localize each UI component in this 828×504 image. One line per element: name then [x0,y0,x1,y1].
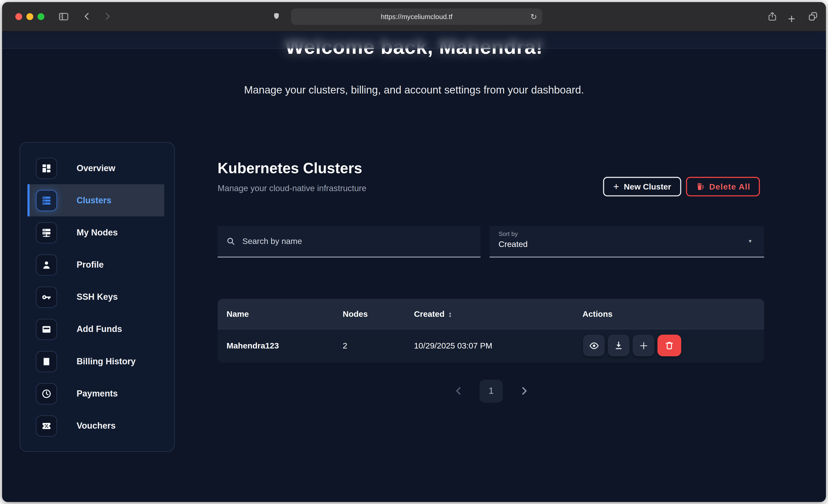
minimize-window-button[interactable] [27,13,33,20]
sidebar-item-billing-history[interactable]: Billing History [20,345,174,377]
trash-icon [664,340,674,350]
delete-sweep-icon [695,182,704,191]
column-header-actions: Actions [583,309,613,319]
delete-cluster-button[interactable] [658,335,681,356]
url-text: https://myceliumcloud.tf [381,13,453,20]
sort-value: Created [498,240,755,249]
previous-page-icon[interactable] [454,386,464,396]
sidebar-item-label: Clusters [77,195,112,205]
page-number[interactable]: 1 [480,379,503,403]
delete-all-label: Delete All [709,182,750,192]
cluster-name: Mahendra123 [226,341,279,350]
close-window-button[interactable] [15,13,22,20]
table-row: Mahendra123 2 10/29/2025 03:07 PM [218,329,764,362]
tab-overview-icon[interactable] [807,10,818,22]
column-header-nodes: Nodes [343,309,368,319]
browser-window: https://myceliumcloud.tf ↻ + Welcome bac… [2,2,826,502]
search-input[interactable] [241,236,472,247]
delete-all-button[interactable]: Delete All [686,177,760,197]
sidebar-item-label: Payments [77,388,118,398]
credit-card-icon [36,319,57,340]
section-subtitle: Manage your cloud-native infrastructure [218,184,367,193]
sort-label: Sort by [498,230,755,237]
download-icon [614,340,624,350]
add-node-button[interactable] [633,335,654,356]
row-actions [583,335,681,356]
sort-arrows-icon: ↕ [448,310,452,318]
clock-icon [36,383,57,404]
sidebar-item-my-nodes[interactable]: My Nodes [20,216,174,249]
sidebar-item-label: Overview [77,163,115,173]
key-icon [36,287,57,307]
page-subtitle: Manage your clusters, billing, and accou… [2,84,826,96]
sidebar-item-payments[interactable]: Payments [20,377,174,410]
column-header-created[interactable]: Created↕ [414,309,452,319]
sidebar-item-add-funds[interactable]: Add Funds [20,313,174,345]
download-kubeconfig-button[interactable] [608,335,629,356]
header-actions: + New Cluster Delete All [603,177,760,197]
search-icon [226,237,236,246]
forward-icon[interactable] [102,12,112,21]
sidebar-item-clusters[interactable]: Clusters [27,184,164,216]
chevron-down-icon: ▼ [748,239,753,244]
view-cluster-button[interactable] [583,335,605,356]
sidebar-item-label: Add Funds [77,324,122,334]
sidebar: Overview Clusters [19,142,175,452]
sidebar-item-label: Profile [77,260,104,270]
plus-icon: + [613,181,619,192]
sidebar-item-label: SSH Keys [77,292,118,302]
back-icon[interactable] [82,12,92,21]
share-icon[interactable] [767,10,778,22]
dashboard-icon [36,158,57,179]
new-cluster-label: New Cluster [624,182,671,192]
cluster-created: 10/29/2025 03:07 PM [414,341,493,350]
sidebar-toggle-icon[interactable] [58,11,69,22]
new-tab-icon[interactable]: + [788,12,795,27]
sidebar-item-profile[interactable]: Profile [20,249,174,281]
browser-toolbar: https://myceliumcloud.tf ↻ + [2,2,826,32]
section-title: Kubernetes Clusters [218,160,362,177]
column-header-name: Name [226,309,249,319]
sidebar-item-label: My Nodes [77,227,118,238]
address-bar[interactable]: https://myceliumcloud.tf ↻ [291,8,542,25]
zoom-window-button[interactable] [37,13,44,20]
sort-select[interactable]: Sort by Created ▼ [490,226,764,258]
next-page-icon[interactable] [519,386,529,396]
sidebar-item-ssh-keys[interactable]: SSH Keys [20,281,174,313]
person-icon [36,254,57,275]
sidebar-item-label: Vouchers [77,421,116,431]
voucher-icon [36,415,57,436]
new-cluster-button[interactable]: + New Cluster [603,177,681,197]
plus-icon [638,341,648,350]
reload-icon[interactable]: ↻ [530,8,537,25]
clusters-table: Name Nodes Created↕ Actions Mahendra123 … [218,299,764,363]
sidebar-item-vouchers[interactable]: Vouchers [20,410,174,442]
privacy-shield-icon[interactable] [273,11,280,21]
eye-icon [588,340,599,351]
viewport: https://myceliumcloud.tf ↻ + Welcome bac… [0,0,828,504]
search-field[interactable] [218,226,481,258]
sidebar-item-label: Billing History [77,356,135,366]
page: Welcome back, Mahendra! Manage your clus… [2,32,826,502]
translucent-header-bar [2,32,826,49]
cluster-nodes: 2 [343,341,347,350]
sidebar-item-overview[interactable]: Overview [20,152,174,184]
table-header-row: Name Nodes Created↕ Actions [218,299,764,329]
servers-icon [36,190,57,211]
nodes-icon [36,222,57,243]
receipt-icon [36,351,57,372]
